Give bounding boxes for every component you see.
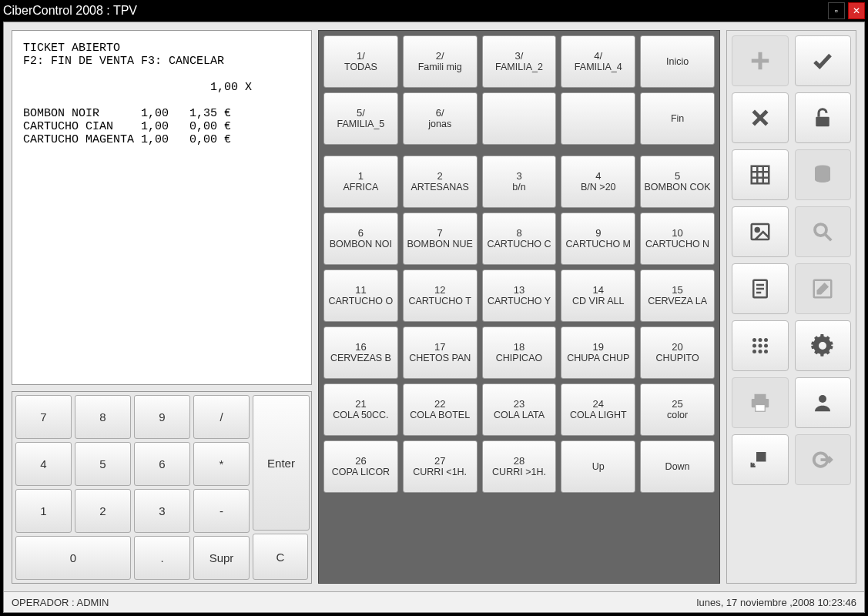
x-icon[interactable]: [732, 92, 789, 143]
product-button-22[interactable]: 23COLA LATA: [482, 383, 557, 436]
svg-point-26: [752, 350, 756, 353]
svg-rect-33: [756, 452, 766, 462]
edit-icon: [795, 263, 852, 314]
svg-rect-11: [752, 224, 769, 239]
product-button-0[interactable]: 1AFRICA: [323, 156, 398, 208]
svg-point-12: [756, 228, 759, 232]
numpad-key-5[interactable]: 5: [75, 442, 131, 486]
numpad-key--[interactable]: -: [193, 489, 250, 533]
family-button-8[interactable]: [561, 92, 635, 145]
svg-rect-31: [756, 405, 766, 412]
check-icon[interactable]: [795, 35, 852, 86]
grid-icon[interactable]: [732, 149, 789, 200]
product-button-17[interactable]: 18CHIPICAO: [482, 326, 557, 379]
operator-label: OPERADOR : ADMIN: [12, 597, 109, 608]
product-button-25[interactable]: 26COPA LICOR: [323, 440, 398, 493]
search-icon: [795, 206, 852, 257]
svg-line-14: [826, 235, 832, 241]
product-button-15[interactable]: 16CERVEZAS B: [323, 326, 398, 379]
product-button-9[interactable]: 10CARTUCHO N: [640, 213, 715, 265]
family-button-9[interactable]: Fin: [640, 92, 715, 145]
action-sidebar: [726, 30, 856, 584]
printer-icon: [732, 377, 789, 428]
product-area: 1/TODAS2/Famili mig3/FAMILIA_24/FAMILIA_…: [318, 30, 720, 584]
numpad-key-4[interactable]: 4: [15, 442, 72, 486]
ticket-display: TICKET ABIERTO F2: FIN DE VENTA F3: CANC…: [12, 30, 312, 385]
product-button-4[interactable]: 5BOMBON COK: [640, 156, 715, 208]
product-button-23[interactable]: 24COLA LIGHT: [561, 383, 635, 436]
numpad-key-dot[interactable]: .: [134, 536, 190, 580]
family-button-6[interactable]: 6/jonas: [403, 92, 478, 145]
svg-rect-1: [752, 59, 769, 63]
gear-icon[interactable]: [795, 320, 852, 371]
product-button-10[interactable]: 11CARTUCHO O: [323, 270, 398, 322]
close-icon[interactable]: ✕: [848, 2, 865, 19]
user-icon[interactable]: [795, 377, 852, 428]
numpad-key-1[interactable]: 1: [15, 489, 72, 533]
product-button-21[interactable]: 22COLA BOTEL: [403, 383, 478, 436]
family-button-1[interactable]: 2/Famili mig: [403, 35, 478, 88]
product-button-1[interactable]: 2ARTESANAS: [403, 156, 478, 208]
family-button-0[interactable]: 1/TODAS: [323, 35, 398, 88]
database-icon: [795, 149, 852, 200]
product-button-12[interactable]: 13CARTUCHO Y: [482, 270, 557, 322]
numpad-key-supr[interactable]: Supr: [193, 536, 250, 580]
numpad-key-7[interactable]: 7: [15, 395, 72, 439]
document-icon[interactable]: [732, 263, 789, 314]
enter-button[interactable]: Enter: [253, 395, 310, 531]
product-button-7[interactable]: 8CARTUCHO C: [482, 213, 557, 265]
product-button-16[interactable]: 17CHETOS PAN: [403, 326, 478, 379]
numpad-key-3[interactable]: 3: [134, 489, 190, 533]
svg-point-27: [758, 350, 762, 353]
svg-point-20: [752, 338, 756, 342]
svg-point-22: [764, 338, 768, 342]
minimize-icon[interactable]: ▫: [828, 2, 845, 19]
product-button-6[interactable]: 7BOMBON NUE: [403, 213, 478, 265]
product-button-2[interactable]: 3b/n: [482, 156, 557, 208]
product-button-19[interactable]: 20CHUPITO: [640, 326, 715, 379]
numpad: 789/456*123-0.Supr EnterC: [12, 391, 312, 584]
numpad-key-9[interactable]: 9: [134, 395, 190, 439]
svg-rect-29: [754, 394, 766, 399]
keypad-icon[interactable]: [732, 320, 789, 371]
image-icon[interactable]: [732, 206, 789, 257]
family-button-3[interactable]: 4/FAMILIA_4: [561, 35, 635, 88]
product-button-29[interactable]: Down: [640, 440, 715, 493]
family-button-4[interactable]: Inicio: [640, 35, 715, 88]
svg-point-28: [764, 350, 768, 353]
svg-point-32: [819, 395, 826, 403]
svg-point-24: [758, 344, 762, 348]
product-button-11[interactable]: 12CARTUCHO T: [403, 270, 478, 322]
product-button-5[interactable]: 6BOMBON NOI: [323, 213, 398, 265]
numpad-key-*[interactable]: *: [193, 442, 250, 486]
unlock-icon[interactable]: [795, 92, 852, 143]
numpad-key-0[interactable]: 0: [15, 536, 131, 580]
product-button-20[interactable]: 21COLA 50CC.: [323, 383, 398, 436]
product-button-28[interactable]: Up: [561, 440, 635, 493]
window-title: CiberControl 2008 : TPV: [3, 4, 137, 18]
product-button-3[interactable]: 4B/N >20: [561, 156, 635, 208]
svg-rect-4: [816, 117, 830, 127]
numpad-key-2[interactable]: 2: [75, 489, 131, 533]
svg-point-13: [815, 224, 826, 236]
numpad-key-/[interactable]: /: [193, 395, 250, 439]
window-titlebar: CiberControl 2008 : TPV ▫ ✕: [0, 0, 868, 22]
exit-icon: [795, 434, 852, 485]
product-button-14[interactable]: 15CERVEZA LA: [640, 270, 715, 322]
family-button-7[interactable]: [482, 92, 557, 145]
datetime-label: lunes, 17 noviembre ,2008 10:23:46: [697, 597, 856, 608]
family-button-5[interactable]: 5/FAMILIA_5: [323, 92, 398, 145]
product-button-13[interactable]: 14CD VIR ALL: [561, 270, 635, 322]
numpad-key-6[interactable]: 6: [134, 442, 190, 486]
product-button-18[interactable]: 19CHUPA CHUP: [561, 326, 635, 379]
product-button-24[interactable]: 25color: [640, 383, 715, 436]
product-button-27[interactable]: 28CURRI >1H.: [482, 440, 557, 493]
product-button-8[interactable]: 9CARTUCHO M: [561, 213, 635, 265]
numpad-key-c[interactable]: C: [253, 534, 308, 580]
status-bar: OPERADOR : ADMIN lunes, 17 noviembre ,20…: [4, 591, 864, 612]
product-button-26[interactable]: 27CURRI <1H.: [403, 440, 478, 493]
numpad-key-8[interactable]: 8: [75, 395, 131, 439]
svg-point-23: [752, 344, 756, 348]
family-button-2[interactable]: 3/FAMILIA_2: [482, 35, 557, 88]
fullscreen-icon[interactable]: [732, 434, 789, 485]
